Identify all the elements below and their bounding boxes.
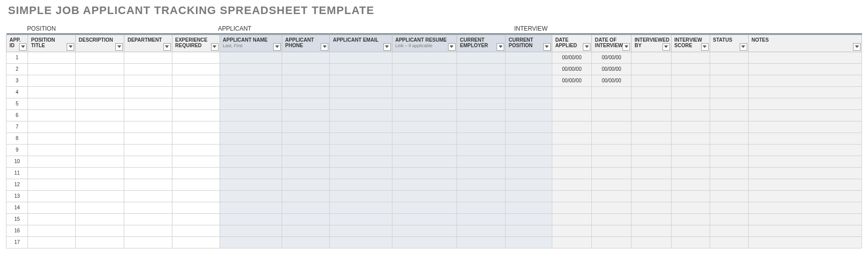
cell-date_of_interview[interactable]: 00/00/00 [592,52,631,63]
cell-interviewed_by[interactable] [631,225,671,236]
header-current-employer[interactable]: CURRENT EMPLOYER [457,35,505,52]
cell-description[interactable] [76,86,124,98]
cell-current_employer[interactable] [457,133,505,144]
header-interviewed-by[interactable]: INTERVIEWED BY [631,35,671,52]
cell-notes[interactable] [748,190,861,202]
cell-description[interactable] [76,213,124,225]
cell-notes[interactable] [748,133,861,144]
cell-department[interactable] [124,52,172,63]
cell-notes[interactable] [748,213,861,225]
cell-applicant_email[interactable] [330,133,392,144]
cell-applicant_name[interactable] [220,98,282,109]
cell-notes[interactable] [748,121,861,133]
cell-description[interactable] [76,236,124,248]
cell-status[interactable] [710,225,748,236]
cell-applicant_name[interactable] [220,109,282,121]
cell-date_of_interview[interactable] [592,133,631,144]
cell-applicant_name[interactable] [220,236,282,248]
cell-date_applied[interactable] [552,133,591,144]
cell-applicant_resume[interactable] [392,167,457,179]
cell-description[interactable] [76,109,124,121]
cell-description[interactable] [76,179,124,190]
cell-app_id[interactable]: 1 [7,52,28,63]
cell-applicant_phone[interactable] [282,109,330,121]
cell-experience_required[interactable] [172,121,220,133]
cell-department[interactable] [124,144,172,156]
cell-app_id[interactable]: 8 [7,133,28,144]
cell-description[interactable] [76,144,124,156]
cell-interview_score[interactable] [671,167,710,179]
cell-current_position[interactable] [506,109,552,121]
cell-status[interactable] [710,144,748,156]
header-applicant-phone-filter-button[interactable] [321,43,328,51]
cell-app_id[interactable]: 3 [7,75,28,86]
cell-date_of_interview[interactable] [592,156,631,167]
header-department-filter-button[interactable] [163,43,171,51]
cell-applicant_email[interactable] [330,121,392,133]
cell-applicant_phone[interactable] [282,167,330,179]
cell-position_title[interactable] [28,121,76,133]
cell-experience_required[interactable] [172,190,220,202]
cell-applicant_resume[interactable] [392,190,457,202]
cell-current_position[interactable] [506,121,552,133]
header-position-title-filter-button[interactable] [67,43,74,51]
cell-position_title[interactable] [28,109,76,121]
cell-current_position[interactable] [506,86,552,98]
cell-app_id[interactable]: 2 [7,63,28,75]
cell-date_of_interview[interactable] [592,109,631,121]
cell-notes[interactable] [748,202,861,213]
cell-current_employer[interactable] [457,167,505,179]
header-interview-score[interactable]: INTERVIEW SCORE [671,35,710,52]
cell-date_applied[interactable] [552,190,591,202]
cell-current_employer[interactable] [457,109,505,121]
cell-current_employer[interactable] [457,213,505,225]
cell-date_of_interview[interactable] [592,98,631,109]
cell-experience_required[interactable] [172,144,220,156]
header-interview-score-filter-button[interactable] [701,43,709,51]
cell-position_title[interactable] [28,75,76,86]
cell-interview_score[interactable] [671,213,710,225]
cell-date_applied[interactable]: 00/00/00 [552,63,591,75]
cell-applicant_phone[interactable] [282,121,330,133]
cell-applicant_resume[interactable] [392,109,457,121]
cell-status[interactable] [710,202,748,213]
cell-app_id[interactable]: 6 [7,109,28,121]
cell-applicant_resume[interactable] [392,236,457,248]
cell-applicant_email[interactable] [330,167,392,179]
cell-department[interactable] [124,121,172,133]
cell-description[interactable] [76,202,124,213]
header-status-filter-button[interactable] [740,43,747,51]
cell-applicant_resume[interactable] [392,63,457,75]
header-department[interactable]: DEPARTMENT [124,35,172,52]
cell-app_id[interactable]: 15 [7,213,28,225]
cell-applicant_name[interactable] [220,86,282,98]
cell-applicant_email[interactable] [330,213,392,225]
cell-interview_score[interactable] [671,109,710,121]
cell-interviewed_by[interactable] [631,86,671,98]
cell-applicant_resume[interactable] [392,121,457,133]
cell-applicant_email[interactable] [330,202,392,213]
cell-applicant_email[interactable] [330,190,392,202]
cell-applicant_resume[interactable] [392,75,457,86]
header-notes-filter-button[interactable] [853,43,860,51]
cell-date_of_interview[interactable] [592,225,631,236]
cell-notes[interactable] [748,236,861,248]
cell-department[interactable] [124,202,172,213]
cell-current_position[interactable] [506,144,552,156]
cell-position_title[interactable] [28,63,76,75]
cell-date_applied[interactable] [552,121,591,133]
cell-current_employer[interactable] [457,236,505,248]
header-date-of-interview-filter-button[interactable] [622,43,630,51]
cell-applicant_email[interactable] [330,156,392,167]
cell-date_of_interview[interactable] [592,236,631,248]
cell-current_position[interactable] [506,225,552,236]
cell-description[interactable] [76,75,124,86]
cell-notes[interactable] [748,144,861,156]
header-app-id[interactable]: APP. ID [7,35,28,52]
cell-department[interactable] [124,225,172,236]
cell-experience_required[interactable] [172,75,220,86]
cell-applicant_phone[interactable] [282,75,330,86]
cell-applicant_phone[interactable] [282,213,330,225]
cell-current_employer[interactable] [457,202,505,213]
cell-date_of_interview[interactable] [592,190,631,202]
